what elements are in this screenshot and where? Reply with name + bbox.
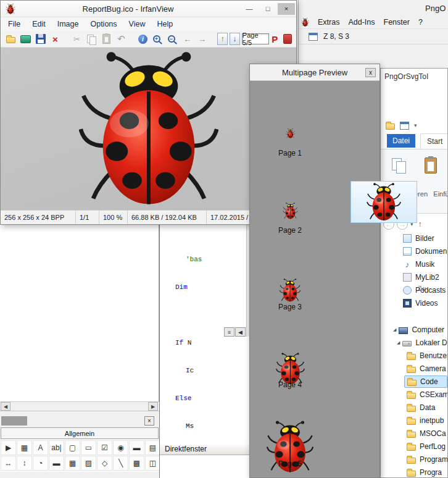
minimize-button[interactable]: —	[241, 3, 258, 15]
picturebox-tool-icon[interactable]: ▦	[17, 440, 32, 455]
listbox-tool-icon[interactable]: ▤	[145, 440, 160, 455]
scroll-left-icon[interactable]: ◀	[1, 402, 10, 411]
sidebar-item-perflogs[interactable]: PerfLog	[381, 440, 447, 453]
expand-arrow-icon[interactable]: ◢	[397, 340, 400, 345]
pointer-tool-icon[interactable]: ▶	[1, 440, 16, 455]
next-image-button[interactable]: →	[196, 33, 209, 46]
zoom-out-button[interactable]: −	[166, 33, 179, 46]
sidebar-item-program-2[interactable]: Progra	[381, 466, 447, 478]
toolbox-grip[interactable]	[1, 416, 27, 426]
dirlistbox-tool-icon[interactable]: ▦	[65, 456, 80, 471]
sidebar-item-program-1[interactable]: Program	[381, 453, 447, 466]
menu-view[interactable]: View	[129, 20, 146, 28]
delete-button[interactable]: ×	[49, 33, 62, 46]
menu-file[interactable]: File	[8, 20, 20, 28]
drivelistbox-tool-icon[interactable]: ▬	[49, 456, 64, 471]
zoom-in-button[interactable]: +	[151, 33, 164, 46]
immediate-window[interactable]: Direktfenster	[159, 443, 249, 478]
menu-fenster[interactable]: Fenster	[384, 18, 410, 27]
save-button[interactable]	[34, 33, 47, 46]
hscrollbar-tool-icon[interactable]: ↔	[1, 456, 16, 471]
slideshow-button[interactable]	[19, 33, 32, 46]
shape-tool-icon[interactable]: ◇	[97, 456, 112, 471]
multipage-title: Multipage Preview	[282, 68, 347, 77]
sidebar-item-podcasts[interactable]: Podcasts	[381, 284, 447, 296]
menu-image[interactable]: Image	[57, 20, 79, 28]
prev-image-button[interactable]: ←	[181, 33, 194, 46]
sidebar-item-lokaler-datentraeger[interactable]: ◢ Lokaler D	[381, 337, 447, 349]
textbox-tool-icon[interactable]: ab|	[49, 440, 64, 455]
menu-add-ins[interactable]: Add-Ins	[348, 18, 375, 27]
data-tool-icon[interactable]: ◫	[145, 456, 160, 471]
t2ab-start[interactable]: Start	[420, 133, 448, 149]
timer-tool-icon[interactable]: ◔	[33, 456, 48, 471]
page-thumbnail[interactable]	[250, 128, 330, 138]
sidebar-item-musik[interactable]: Musik	[381, 258, 447, 270]
label-tool-icon[interactable]: A	[33, 440, 48, 455]
multipage-close-icon[interactable]: x	[365, 68, 376, 77]
computer-icon	[399, 327, 408, 334]
p-button[interactable]: P	[271, 34, 279, 44]
code-scroll-left-icon[interactable]: ◀	[235, 327, 246, 337]
menu-extras[interactable]: Extras	[318, 18, 339, 27]
line-tool-icon[interactable]: ╲	[113, 456, 128, 471]
sidebar-item-videos[interactable]: Videos	[381, 297, 447, 309]
module-view-icon[interactable]: ≡	[224, 327, 234, 337]
sidebar-item-code[interactable]: Code	[404, 375, 447, 388]
toolbox-close-icon[interactable]: ×	[144, 416, 154, 426]
toolbox-tab-allgemein[interactable]: Allgemein	[1, 427, 159, 439]
qat-dropdown-icon[interactable]: ▾	[414, 122, 417, 128]
extra-toolbar-button[interactable]	[281, 33, 294, 46]
tab-datei[interactable]: Datei	[387, 134, 415, 148]
filelistbox-tool-icon[interactable]: ▨	[81, 456, 96, 471]
open-button[interactable]	[4, 33, 17, 46]
toolbox-grid: ▶ ▦ A ab| ▢ ▭ ☑ ◉ ▬ ▤ ↔ ↕ ◔ ▬ ▦ ▨ ◇ ╲ ▩ …	[0, 439, 159, 472]
cut-button[interactable]: ✂	[70, 33, 83, 46]
sidebar-item-benutzer[interactable]: Benutzer	[381, 350, 447, 362]
sidebar-item-csexam[interactable]: CSExam	[381, 388, 447, 401]
image-tool-icon[interactable]: ▩	[129, 456, 144, 471]
up-icon[interactable]: ↑	[418, 220, 422, 229]
menu-help[interactable]: Help	[157, 20, 173, 28]
sidebar-item-mylib2[interactable]: MyLib2	[381, 271, 447, 283]
page-thumbnail[interactable]	[250, 203, 330, 219]
menu-help[interactable]: ?	[418, 18, 423, 27]
vb-ide-window: PngO Extras Add-Ins Fenster ? Z 8, S 3	[298, 0, 448, 68]
sidebar-item-dokumente[interactable]: Dokumen	[381, 245, 447, 258]
explorer-title: PngOrSvgToI	[384, 72, 428, 81]
code-editor[interactable]: 'bas Dim If N Ic Else Ms End End Su	[160, 224, 249, 478]
info-button[interactable]: i	[136, 33, 149, 46]
sidebar-item-camera[interactable]: Camera	[381, 363, 447, 375]
menu-options[interactable]: Options	[90, 20, 117, 28]
undo-button[interactable]: ↶	[115, 33, 128, 46]
frame-tool-icon[interactable]: ▢	[65, 440, 80, 455]
page-up-button[interactable]: ↑	[217, 33, 228, 45]
window-icon[interactable]	[400, 122, 409, 130]
form-icon[interactable]	[309, 33, 318, 41]
designer-hscrollbar[interactable]: ◀ ▶	[0, 401, 159, 411]
sidebar-item-bilder[interactable]: Bilder	[381, 232, 447, 245]
page-indicator[interactable]: Page 5/5	[242, 33, 269, 44]
copy-button[interactable]	[85, 33, 98, 46]
vb-code-window[interactable]: 'bas Dim If N Ic Else Ms End End Su ≡ ◀	[159, 224, 249, 443]
paste-button[interactable]	[100, 33, 113, 46]
sidebar-item-computer[interactable]: ◢ Computer	[381, 324, 447, 336]
combobox-tool-icon[interactable]: ▬	[129, 440, 144, 455]
vscrollbar-tool-icon[interactable]: ↕	[17, 456, 32, 471]
sidebar-item-msoca[interactable]: MSOCa	[381, 427, 447, 440]
commandbutton-tool-icon[interactable]: ▭	[81, 440, 96, 455]
scroll-right-icon[interactable]: ▶	[148, 402, 158, 411]
maximize-button[interactable]: □	[259, 3, 276, 15]
checkbox-tool-icon[interactable]: ☑	[97, 440, 112, 455]
page-thumbnail[interactable]	[250, 279, 330, 302]
sidebar-item-inetpub[interactable]: inetpub	[381, 414, 447, 427]
paste-button[interactable]: Einfüge	[417, 153, 445, 199]
vb-designer-panel[interactable]	[0, 224, 159, 401]
page-down-button[interactable]: ↓	[230, 33, 240, 45]
optionbutton-tool-icon[interactable]: ◉	[113, 440, 128, 455]
folder-icon[interactable]	[386, 124, 395, 130]
sidebar-item-data[interactable]: Data	[381, 401, 447, 414]
expand-arrow-icon[interactable]: ◢	[393, 327, 396, 332]
close-button[interactable]: ×	[278, 3, 295, 15]
menu-edit[interactable]: Edit	[32, 20, 46, 28]
